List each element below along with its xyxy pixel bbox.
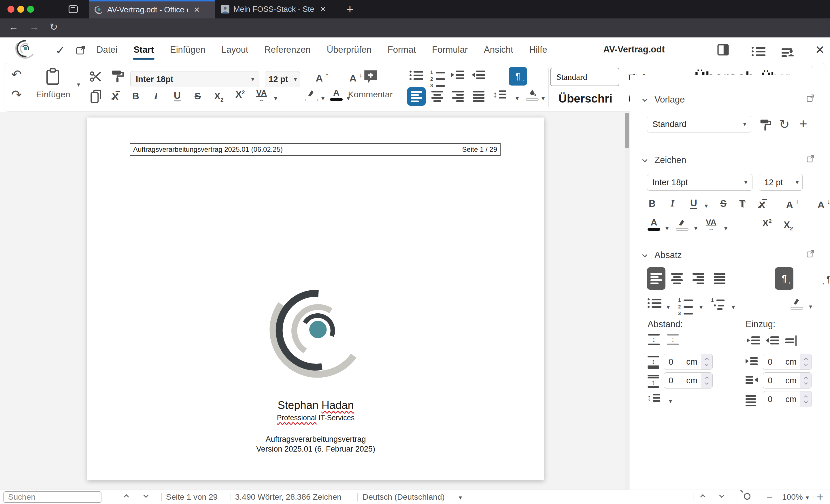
tab-foss-stack[interactable]: Mein FOSS-Stack - Stephan Ha ✕ xyxy=(216,0,336,19)
sidebar-underline-button[interactable]: U xyxy=(690,198,697,208)
find-next-icon[interactable] xyxy=(143,493,149,498)
character-spacing-caret[interactable]: ▾ xyxy=(274,95,277,102)
numbered-list-icon[interactable]: 1 2 3 xyxy=(430,70,445,88)
spacing-below-field[interactable]: 0 cm xyxy=(664,372,713,389)
bullet-list-icon[interactable] xyxy=(410,71,423,80)
sidebar-font-color-caret[interactable]: ▾ xyxy=(665,225,669,232)
clear-formatting-icon[interactable]: X xyxy=(112,92,119,101)
window-minimize-button[interactable] xyxy=(17,6,24,13)
sidebar-bullet-list-button[interactable] xyxy=(647,298,662,308)
sidebar-italic-button[interactable]: I xyxy=(671,199,674,208)
menu-start[interactable]: Start xyxy=(133,45,154,55)
zoom-out-icon[interactable]: − xyxy=(767,491,773,503)
sidebar-paragraph-bg-button[interactable] xyxy=(791,297,803,310)
zoom-level[interactable]: 100% xyxy=(782,493,803,502)
zoom-in-icon[interactable]: + xyxy=(817,491,823,503)
refresh-style-icon[interactable]: ↻ xyxy=(779,118,790,131)
menu-ansicht[interactable]: Ansicht xyxy=(484,45,513,55)
sidebar-bold-button[interactable]: B xyxy=(649,199,656,208)
left-to-right-button[interactable]: ¶→ xyxy=(509,67,527,86)
sidebar-highlight-button[interactable] xyxy=(676,218,689,231)
align-left-button[interactable] xyxy=(407,87,426,106)
justify-button[interactable] xyxy=(473,91,484,102)
add-comment-icon[interactable] xyxy=(362,68,379,85)
previous-page-icon[interactable] xyxy=(700,494,705,499)
sidebar-character-spacing-button[interactable]: VA↔ xyxy=(706,218,716,232)
sidebar-toggle-icon[interactable] xyxy=(717,44,729,56)
paragraph-style-select[interactable]: Standard ▾ xyxy=(647,116,751,132)
grow-font-icon[interactable]: A↑ xyxy=(316,73,323,84)
vorlage-collapse-icon[interactable] xyxy=(642,97,647,102)
indent-before-field[interactable]: 0 cm xyxy=(763,354,812,370)
forward-button[interactable]: → xyxy=(29,22,39,32)
subscript-button[interactable]: X2 xyxy=(214,91,224,103)
style-ueberschrift-3[interactable]: Überschri xyxy=(551,88,619,109)
page-count[interactable]: Seite 1 von 29 xyxy=(166,493,218,502)
word-count[interactable]: 3.490 Wörter, 28.386 Zeichen xyxy=(235,493,342,502)
increase-indent-icon[interactable] xyxy=(451,71,464,79)
menu-layout[interactable]: Layout xyxy=(221,45,248,55)
sidebar-line-spacing-icon[interactable]: ↕ xyxy=(647,394,660,402)
menu-hilfe[interactable]: Hilfe xyxy=(530,45,547,55)
sidebar-outline-list-caret[interactable]: ▾ xyxy=(732,304,735,310)
spacing-above-field[interactable]: 0 cm xyxy=(664,354,713,370)
tab-close-icon[interactable]: ✕ xyxy=(320,5,326,14)
menu-formular[interactable]: Formular xyxy=(432,45,468,55)
sidebar-font-name-select[interactable]: Inter 18pt ▾ xyxy=(647,174,753,191)
sidebar-numbered-list-caret[interactable]: ▾ xyxy=(699,304,703,310)
reload-button[interactable]: ↻ xyxy=(50,22,58,32)
vorlage-external-icon[interactable] xyxy=(806,94,815,103)
menu-format[interactable]: Format xyxy=(388,45,416,55)
menu-einfuegen[interactable]: Einfügen xyxy=(170,45,205,55)
indent-after-field[interactable]: 0 cm xyxy=(763,372,812,389)
outline-list-icon[interactable] xyxy=(752,47,765,56)
sidebar-underline-caret[interactable]: ▾ xyxy=(705,203,708,209)
sidebar-shadow-button[interactable]: T xyxy=(739,199,745,208)
new-tab-button[interactable]: + xyxy=(346,3,354,15)
sidebar-increase-indent-icon[interactable] xyxy=(747,336,760,344)
sidebar-superscript-button[interactable]: X2 xyxy=(762,218,772,228)
font-name-select[interactable]: Inter 18pt ▾ xyxy=(130,71,259,87)
language-caret[interactable]: ▾ xyxy=(459,495,462,501)
paragraph-background-caret[interactable]: ▾ xyxy=(542,95,545,102)
menu-datei[interactable]: Datei xyxy=(97,45,117,55)
new-style-icon[interactable]: + xyxy=(799,117,807,131)
first-line-indent-field[interactable]: 0 cm xyxy=(763,391,812,407)
clone-formatting-icon[interactable] xyxy=(111,69,125,83)
document-page[interactable]: Auftragsverarbeitungsvertrag 2025.01 (06… xyxy=(87,117,544,480)
sidebar-justify-button[interactable] xyxy=(714,273,725,284)
sidebar-decrease-indent-icon[interactable] xyxy=(766,336,779,344)
sidebar-subscript-button[interactable]: X2 xyxy=(784,220,793,231)
next-page-icon[interactable] xyxy=(719,493,724,498)
sidebar-outline-list-button[interactable]: 1 xyxy=(711,298,725,310)
sidebar-highlight-caret[interactable]: ▾ xyxy=(694,225,697,232)
user-list-icon[interactable] xyxy=(781,46,792,57)
absatz-collapse-icon[interactable] xyxy=(642,252,647,257)
align-right-button[interactable] xyxy=(452,91,464,102)
document-canvas[interactable]: Auftragsverarbeitungsvertrag 2025.01 (06… xyxy=(0,112,630,490)
sidebar-bullet-list-caret[interactable]: ▾ xyxy=(667,304,670,310)
close-document-icon[interactable]: ✕ xyxy=(815,43,825,57)
absatz-external-icon[interactable] xyxy=(806,249,815,258)
cut-icon[interactable] xyxy=(89,69,102,83)
bold-button[interactable]: B xyxy=(132,91,139,101)
sidebar-numbered-list-button[interactable]: 1 2 3 xyxy=(678,298,693,316)
underline-button[interactable]: U xyxy=(174,91,181,100)
zoom-caret[interactable]: ▾ xyxy=(806,495,809,501)
menu-ueberpruefen[interactable]: Überprüfen xyxy=(327,45,372,55)
font-color-button[interactable]: A xyxy=(330,89,343,101)
window-zoom-button[interactable] xyxy=(27,6,34,13)
sidebar-grow-font-button[interactable]: A↑ xyxy=(786,199,793,210)
document-saved-check-icon[interactable]: ✓ xyxy=(55,43,65,57)
paste-label[interactable]: Einfügen xyxy=(29,90,77,99)
paste-dropdown-caret[interactable]: ▾ xyxy=(77,81,80,88)
share-open-icon[interactable] xyxy=(75,45,86,55)
sidebar-align-left-button[interactable] xyxy=(647,267,665,290)
scrollbar-thumb[interactable] xyxy=(625,113,629,148)
paste-icon[interactable] xyxy=(45,68,60,86)
sidebar-ltr-button[interactable]: ¶→ xyxy=(775,267,793,290)
back-button[interactable]: ← xyxy=(9,22,19,32)
zeichen-external-icon[interactable] xyxy=(806,155,815,163)
character-spacing-button[interactable]: VA↔ xyxy=(256,89,267,102)
sidebar-paragraph-bg-caret[interactable]: ▾ xyxy=(809,304,812,310)
